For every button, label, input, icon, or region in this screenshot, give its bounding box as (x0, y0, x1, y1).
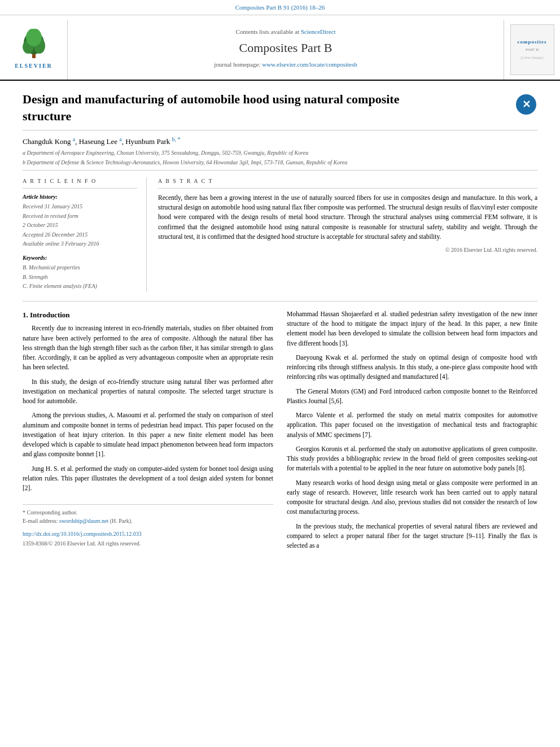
keywords-title: Keywords: (23, 254, 137, 263)
body-para-3: Among the previous studies, A. Masoumi e… (23, 410, 273, 459)
received-revised-label: Received in revised form (23, 212, 137, 221)
journal-info-block: Contents lists available at ScienceDirec… (68, 20, 504, 80)
body-para-10: Many research works of hood design using… (287, 478, 537, 517)
body-para-8: Marco Valente et al. performed the study… (287, 410, 537, 440)
abstract-text: Recently, there has been a growing inter… (158, 193, 537, 242)
footnote-section: * Corresponding author. E-mail address: … (23, 504, 273, 525)
authors-line: Changduk Kong a, Haseung Lee a, Hyunbum … (23, 135, 537, 147)
body-right-column: Mohammad Hassan Shojaeefard et al. studi… (287, 309, 537, 556)
journal-logo-block: composites PART B [cover image] (504, 20, 560, 80)
journal-title: Composites Part B (239, 39, 332, 57)
affiliation-a: a Department of Aerospace Engineering, C… (23, 149, 537, 158)
body-para-11: In the previous study, the mechanical pr… (287, 522, 537, 551)
svg-point-4 (26, 29, 42, 46)
available-online: Available online 3 February 2016 (23, 240, 137, 248)
journal-citation-bar: Composites Part B 91 (2016) 18–26 (0, 0, 560, 15)
crossmark-block: ✕ (515, 93, 537, 116)
affiliation-b: b Department of Defense & Science Techno… (23, 159, 537, 167)
info-abstract-section: A R T I C L E I N F O Article history: R… (23, 170, 537, 299)
keyword-2: B. Strength (23, 273, 137, 282)
email-link[interactable]: swordship@daum.net (59, 518, 108, 524)
body-para-7: The General Motors (GM) and Ford introdu… (287, 387, 537, 407)
doi-issn: 1359-8368/© 2016 Elsevier Ltd. All right… (23, 539, 273, 548)
body-para-6: Daeyoung Kwak et al. performed the study… (287, 353, 537, 382)
sciencedirect-line: Contents lists available at ScienceDirec… (235, 28, 335, 37)
section-divider (23, 301, 537, 302)
elsevier-text: ELSEVIER (15, 62, 53, 71)
body-two-column: 1. Introduction Recently due to increasi… (23, 304, 537, 556)
article-info-column: A R T I C L E I N F O Article history: R… (23, 177, 147, 292)
sciencedirect-link[interactable]: ScienceDirect (301, 28, 336, 35)
main-content: Design and manufacturing of automobile h… (0, 81, 560, 556)
copyright-line: © 2016 Elsevier Ltd. All rights reserved… (158, 246, 537, 255)
author-names: Changduk Kong a, Haseung Lee a, Hyunbum … (23, 137, 181, 146)
homepage-link[interactable]: www.elsevier.com/locate/compositesb (262, 61, 357, 68)
crossmark-icon: ✕ (516, 94, 536, 115)
abstract-heading: A B S T R A C T (158, 177, 537, 189)
article-title: Design and manufacturing of automobile h… (23, 91, 435, 124)
corresponding-author: * Corresponding author. (23, 508, 273, 517)
section1-title: 1. Introduction (23, 309, 273, 321)
accepted-date: Accepted 26 December 2015 (23, 231, 137, 239)
journal-header: ELSEVIER Contents lists available at Sci… (0, 15, 560, 81)
article-info-heading: A R T I C L E I N F O (23, 177, 137, 189)
keyword-3: C. Finite element analysis (FEA) (23, 282, 137, 291)
elsevier-tree-icon (17, 29, 51, 60)
body-para-9: Georgios Koronis et al. performed the st… (287, 444, 537, 474)
doi-url[interactable]: http://dx.doi.org/10.1016/j.compositesb.… (23, 530, 273, 538)
article-title-section: Design and manufacturing of automobile h… (23, 81, 537, 130)
received-date: Received 31 January 2015 (23, 203, 137, 211)
homepage-line: journal homepage: www.elsevier.com/locat… (214, 60, 357, 69)
authors-section: Changduk Kong a, Haseung Lee a, Hyunbum … (23, 130, 537, 170)
doi-section: http://dx.doi.org/10.1016/j.compositesb.… (23, 530, 273, 538)
body-left-column: 1. Introduction Recently due to increasi… (23, 309, 273, 556)
email-line: E-mail address: swordship@daum.net (H. P… (23, 517, 273, 525)
elsevier-logo-block: ELSEVIER (0, 20, 68, 80)
abstract-column: A B S T R A C T Recently, there has been… (158, 177, 537, 292)
journal-citation: Composites Part B 91 (2016) 18–26 (235, 4, 325, 11)
body-para-4: Jung H. S. et al. performed the study on… (23, 464, 273, 493)
journal-logo-image: composites PART B [cover image] (510, 24, 554, 75)
body-para-1: Recently due to increasing interest in e… (23, 324, 273, 372)
body-para-2: In this study, the design of eco-friendl… (23, 377, 273, 407)
body-para-5: Mohammad Hassan Shojaeefard et al. studi… (287, 309, 537, 348)
history-title: Article history: (23, 193, 137, 202)
received-revised-date: 2 October 2015 (23, 221, 137, 230)
keyword-1: B. Mechanical properties (23, 264, 137, 272)
